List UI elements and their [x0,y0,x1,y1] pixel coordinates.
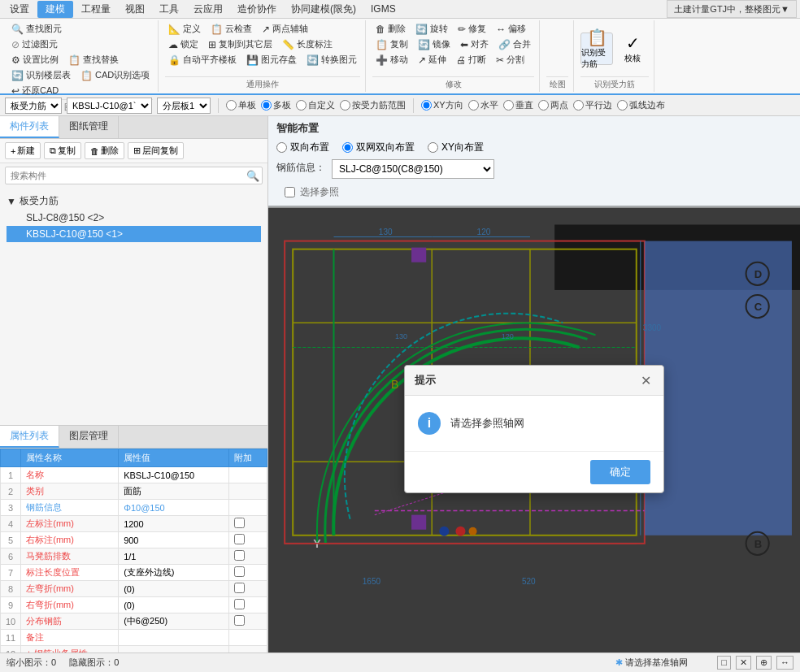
radio-xy-layout[interactable]: XY向布置 [428,141,484,154]
ribbon-btn-define[interactable]: 📐 定义 [165,22,204,36]
radio-custom[interactable]: 自定义 [296,99,335,111]
ribbon-btn-split[interactable]: ✂ 分割 [493,53,528,67]
prop-check-4[interactable] [234,518,245,528]
ribbon-btn-break[interactable]: 🖨 打断 [453,53,489,67]
prop-val-2[interactable]: 面筋 [119,483,228,500]
ribbon-btn-save-element[interactable]: 💾 图元存盘 [243,53,300,67]
radio-arc-edge[interactable]: 弧线边布 [617,99,665,111]
radio-multi-plate[interactable]: 多板 [261,99,291,111]
ribbon-btn-move[interactable]: ➕ 移动 [372,53,411,67]
ribbon-btn-lock[interactable]: 🔒 自动平齐楼板 [165,53,240,67]
ribbon-btn-verify[interactable]: ✓ 校核 [616,33,649,65]
select-ref-label: 选择参照 [300,185,339,199]
prop-check-6[interactable] [234,550,245,561]
radio-dual-network[interactable]: 双网双向布置 [342,141,415,154]
radio-xy-dir[interactable]: XY方向 [421,99,463,111]
ribbon-btn-delete[interactable]: 🗑 删除 [372,22,409,36]
menu-item-collab[interactable]: 协同建模(限免) [285,1,363,18]
menu-item-tools[interactable]: 工具 [153,1,185,18]
ribbon-btn-offset[interactable]: ↔ 偏移 [493,22,529,36]
ribbon-btn-rotate[interactable]: 🔄 旋转 [412,22,451,36]
rebar-type-select[interactable]: KBSLJ-C10@1` [67,98,152,114]
tree-group-label[interactable]: ▼ 板受力筋 [7,193,261,210]
layer-select[interactable]: 分层板1 [157,98,211,114]
prop-row-9: 9 右弯折(mm) (0) [1,597,267,613]
radio-two-point[interactable]: 两点 [538,99,568,111]
prop-val-11[interactable] [119,630,228,646]
prop-val-8[interactable]: (0) [119,581,228,597]
btn-delete-component[interactable]: 🗑 删除 [85,142,124,159]
ribbon-btn-find-replace[interactable]: 🔄 识别楼层表 [8,68,74,82]
status-btn-arrow[interactable]: ↔ [776,656,793,670]
tab-component-list[interactable]: 构件列表 [0,116,59,138]
radio-vertical[interactable]: 垂直 [503,99,533,111]
tab-drawing-management[interactable]: 图纸管理 [59,116,119,138]
prop-val-7[interactable]: (支座外边线) [119,565,228,581]
prop-val-4[interactable]: 1200 [119,516,228,532]
tab-props-list[interactable]: 属性列表 [0,426,59,448]
status-btn-cross[interactable]: ✕ [736,656,751,670]
prop-name-5: 右标注(mm) [21,532,119,548]
ribbon-btn-merge[interactable]: 🔗 合并 [495,37,534,51]
prop-check-7[interactable] [234,566,245,577]
radio-by-rebar[interactable]: 按受力筋范围 [340,99,406,111]
ribbon-btn-filter-element[interactable]: ⊘ 过滤图元 [8,37,61,51]
btn-new-component[interactable]: + 新建 [5,142,41,159]
ribbon-btn-mirror[interactable]: 🔄 镜像 [415,37,454,51]
expand-icon: ▼ [7,196,16,207]
status-btn-plus[interactable]: ⊕ [756,656,772,670]
tree-item-kbslj[interactable]: KBSLJ-C10@150 <1> [7,226,261,242]
btn-floor-copy[interactable]: ⊞ 层间复制 [128,142,184,159]
radio-bidirectional[interactable]: 双向布置 [276,141,329,154]
tab-layer-management[interactable]: 图层管理 [59,426,119,448]
menu-item-cloud[interactable]: 云应用 [187,1,229,18]
radio-single-plate[interactable]: 单板 [226,99,256,111]
rebar-info-select[interactable]: SLJ-C8@150(C8@150) [332,159,494,179]
ribbon-btn-restore-cad[interactable]: ↩ 还原CAD [8,84,62,98]
radio-parallel[interactable]: 平行边 [573,99,612,111]
prop-val-10[interactable]: (中6@250) [119,613,228,630]
ribbon-btn-auto-align[interactable]: ⊞ 复制到其它层 [205,37,276,51]
menu-item-settings[interactable]: 设置 [3,1,36,18]
menu-item-igms[interactable]: IGMS [364,2,402,16]
prop-val-5[interactable]: 900 [119,532,228,548]
ribbon-btn-identify-rebar[interactable]: 📋 识别受力筋 [580,33,613,65]
ribbon-btn-cloud-check[interactable]: ☁ 锁定 [165,37,202,51]
ribbon-btn-set-scale[interactable]: ⚙ 设置比例 [8,53,62,67]
prop-check-8[interactable] [234,583,245,593]
radio-horizontal[interactable]: 水平 [468,99,498,111]
ribbon-group-draw-label: 绘图 [546,76,568,90]
element-type-select[interactable]: 板受力筋 [5,98,62,114]
ribbon-btn-cad-options[interactable]: 📋 CAD识别选项 [77,68,153,82]
prop-val-6[interactable]: 1/1 [119,548,228,565]
prop-check-9[interactable] [234,599,245,609]
ribbon-btn-extend[interactable]: ↗ 延伸 [415,53,450,67]
ribbon-btn-two-point-axis[interactable]: ↗ 两点辅轴 [259,22,311,36]
menu-item-quantities[interactable]: 工程量 [75,1,117,18]
status-btn-box[interactable]: □ [717,656,731,670]
ribbon-btn-copy-to-layer[interactable]: 📋 云检查 [207,22,255,36]
select-ref-checkbox[interactable] [285,187,295,197]
ribbon-btn-repair[interactable]: ✏ 修复 [454,22,489,36]
menu-item-modeling[interactable]: 建模 [37,1,73,18]
btn-copy-component[interactable]: ⧉ 复制 [44,142,81,159]
menu-item-pricing[interactable]: 造价协作 [231,1,283,18]
ribbon-btn-length-dim[interactable]: 📏 长度标注 [279,37,336,51]
ribbon-btn-find-element[interactable]: 🔍 查找图元 [8,22,65,36]
search-input[interactable] [5,167,263,184]
dialog-close-button[interactable]: ✕ [637,372,654,388]
dialog-confirm-button[interactable]: 确定 [590,460,650,484]
tree-item-slj[interactable]: SLJ-C8@150 <2> [7,210,261,226]
ribbon-btn-convert[interactable]: 🔄 转换图元 [303,53,360,67]
ribbon-btn-identify-layer[interactable]: 📋 查找替换 [65,53,122,67]
prop-row-12: 12 + 钢筋业务属性 [1,646,267,653]
ribbon-btn-copy[interactable]: 📋 复制 [372,37,411,51]
prop-val-1[interactable]: KBSLJ-C10@150 [119,467,228,483]
expand-icon-12[interactable]: + [26,648,31,652]
prop-val-3[interactable]: Φ10@150 [119,500,228,516]
prop-check-10[interactable] [234,615,245,626]
prop-val-9[interactable]: (0) [119,597,228,613]
ribbon-btn-align[interactable]: ⬅ 对齐 [457,37,492,51]
prop-check-5[interactable] [234,534,245,544]
menu-item-view[interactable]: 视图 [119,1,151,18]
